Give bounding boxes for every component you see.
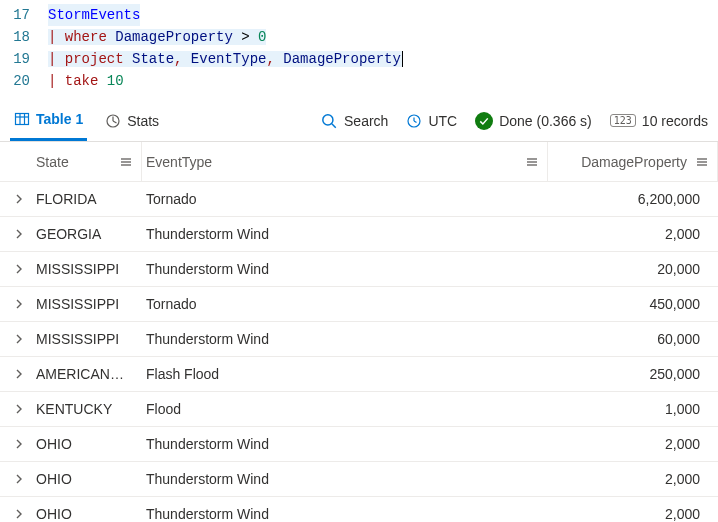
- col-header-damage-label: DamageProperty: [581, 154, 687, 170]
- cell-damage: 2,000: [548, 226, 718, 242]
- line-number: 20: [0, 70, 48, 92]
- tab-stats[interactable]: Stats: [105, 113, 159, 129]
- table-row[interactable]: FLORIDATornado6,200,000: [0, 182, 718, 217]
- cell-event: Thunderstorm Wind: [142, 331, 548, 347]
- cell-damage: 2,000: [548, 436, 718, 452]
- code-content[interactable]: | where DamageProperty > 0: [48, 26, 718, 48]
- col-header-state-label: State: [36, 154, 69, 170]
- expand-row-icon[interactable]: [6, 263, 32, 275]
- col-header-event-label: EventType: [146, 154, 212, 170]
- cell-damage: 20,000: [548, 261, 718, 277]
- editor-line[interactable]: 20| take 10: [0, 70, 718, 92]
- cell-event: Tornado: [142, 191, 548, 207]
- cell-event: Thunderstorm Wind: [142, 261, 548, 277]
- cell-event: Thunderstorm Wind: [142, 506, 548, 522]
- cell-state: AMERICAN…: [32, 366, 142, 382]
- expand-row-icon[interactable]: [6, 368, 32, 380]
- tab-stats-label: Stats: [127, 113, 159, 129]
- cell-event: Flood: [142, 401, 548, 417]
- table-row[interactable]: OHIOThunderstorm Wind2,000: [0, 427, 718, 462]
- line-number: 18: [0, 26, 48, 48]
- expand-row-icon[interactable]: [6, 508, 32, 520]
- hamburger-icon[interactable]: [525, 155, 539, 169]
- svg-rect-0: [16, 114, 29, 125]
- cell-damage: 250,000: [548, 366, 718, 382]
- svg-line-11: [414, 121, 417, 123]
- editor-line[interactable]: 17StormEvents: [0, 4, 718, 26]
- table-row[interactable]: MISSISSIPPIThunderstorm Wind20,000: [0, 252, 718, 287]
- hamburger-icon[interactable]: [119, 155, 133, 169]
- cell-state: OHIO: [32, 436, 142, 452]
- results-grid: State EventType DamageProperty FLORIDATo…: [0, 142, 718, 522]
- cell-damage: 60,000: [548, 331, 718, 347]
- stats-icon: [105, 113, 121, 129]
- cell-damage: 1,000: [548, 401, 718, 417]
- expand-row-icon[interactable]: [6, 228, 32, 240]
- cell-event: Tornado: [142, 296, 548, 312]
- expand-row-icon[interactable]: [6, 193, 32, 205]
- cell-state: GEORGIA: [32, 226, 142, 242]
- cell-damage: 450,000: [548, 296, 718, 312]
- col-header-event[interactable]: EventType: [142, 142, 548, 181]
- utc-button[interactable]: UTC: [406, 113, 457, 129]
- table-row[interactable]: MISSISSIPPIThunderstorm Wind60,000: [0, 322, 718, 357]
- cell-state: KENTUCKY: [32, 401, 142, 417]
- cell-state: MISSISSIPPI: [32, 261, 142, 277]
- results-toolbar: Table 1 Stats Search UTC Done (0.366 s) …: [0, 100, 718, 142]
- cell-event: Thunderstorm Wind: [142, 226, 548, 242]
- code-content[interactable]: StormEvents: [48, 4, 718, 26]
- expand-row-icon[interactable]: [6, 438, 32, 450]
- table-row[interactable]: AMERICAN…Flash Flood250,000: [0, 357, 718, 392]
- svg-line-8: [332, 123, 336, 127]
- clock-icon: [406, 113, 422, 129]
- code-content[interactable]: | take 10: [48, 70, 718, 92]
- cell-state: MISSISSIPPI: [32, 296, 142, 312]
- count-icon: 123: [610, 114, 636, 127]
- query-editor[interactable]: 17StormEvents18| where DamageProperty > …: [0, 0, 718, 100]
- record-count-text: 10 records: [642, 113, 708, 129]
- grid-header: State EventType DamageProperty: [0, 142, 718, 182]
- line-number: 17: [0, 4, 48, 26]
- col-header-damage[interactable]: DamageProperty: [548, 142, 718, 181]
- record-count: 123 10 records: [610, 113, 708, 129]
- svg-point-7: [323, 114, 333, 124]
- tab-table-label: Table 1: [36, 111, 83, 127]
- code-content[interactable]: | project State, EventType, DamageProper…: [48, 48, 718, 70]
- cell-state: OHIO: [32, 471, 142, 487]
- cell-state: FLORIDA: [32, 191, 142, 207]
- hamburger-icon[interactable]: [695, 155, 709, 169]
- cell-damage: 2,000: [548, 471, 718, 487]
- tab-table[interactable]: Table 1: [10, 100, 87, 141]
- cell-event: Flash Flood: [142, 366, 548, 382]
- search-label: Search: [344, 113, 388, 129]
- expand-row-icon[interactable]: [6, 473, 32, 485]
- search-icon: [320, 112, 338, 130]
- table-row[interactable]: KENTUCKYFlood1,000: [0, 392, 718, 427]
- cell-damage: 2,000: [548, 506, 718, 522]
- expand-row-icon[interactable]: [6, 298, 32, 310]
- table-row[interactable]: OHIOThunderstorm Wind2,000: [0, 462, 718, 497]
- cell-event: Thunderstorm Wind: [142, 471, 548, 487]
- col-header-state[interactable]: State: [32, 142, 142, 181]
- table-row[interactable]: GEORGIAThunderstorm Wind2,000: [0, 217, 718, 252]
- expand-row-icon[interactable]: [6, 403, 32, 415]
- table-row[interactable]: MISSISSIPPITornado450,000: [0, 287, 718, 322]
- utc-label: UTC: [428, 113, 457, 129]
- cell-state: OHIO: [32, 506, 142, 522]
- check-icon: [475, 112, 493, 130]
- svg-line-6: [113, 121, 117, 123]
- editor-line[interactable]: 18| where DamageProperty > 0: [0, 26, 718, 48]
- cell-damage: 6,200,000: [548, 191, 718, 207]
- cell-state: MISSISSIPPI: [32, 331, 142, 347]
- text-cursor: [402, 51, 403, 67]
- status: Done (0.366 s): [475, 112, 592, 130]
- status-text: Done (0.366 s): [499, 113, 592, 129]
- cell-event: Thunderstorm Wind: [142, 436, 548, 452]
- table-icon: [14, 111, 30, 127]
- editor-line[interactable]: 19| project State, EventType, DamageProp…: [0, 48, 718, 70]
- expand-row-icon[interactable]: [6, 333, 32, 345]
- table-row[interactable]: OHIOThunderstorm Wind2,000: [0, 497, 718, 522]
- search-button[interactable]: Search: [320, 112, 388, 130]
- line-number: 19: [0, 48, 48, 70]
